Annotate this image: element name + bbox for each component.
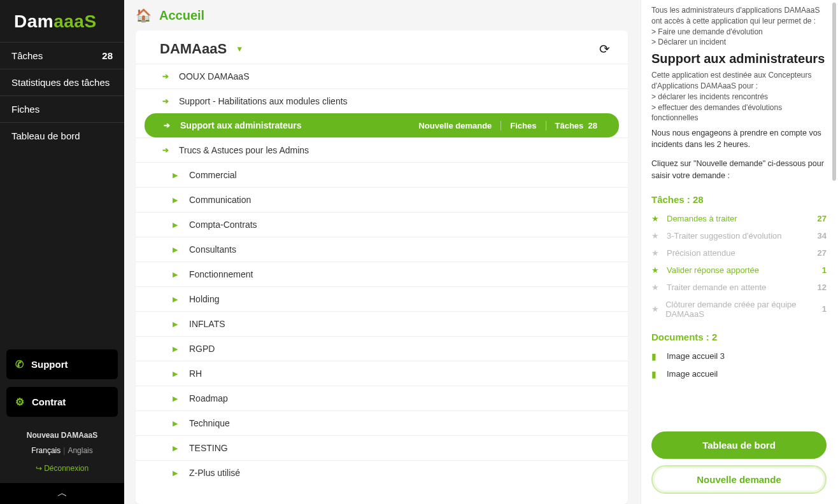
arrow-right-icon: ➔ [164, 121, 171, 130]
engage-text: Nous nous engageons à prendre en compte … [651, 127, 827, 150]
folder-row[interactable]: ▶Fonctionnement [136, 262, 628, 286]
breadcrumb[interactable]: 🏠 Accueil [136, 8, 628, 23]
chevron-up-icon: ︿ [57, 487, 67, 498]
row-label: Commercial [189, 170, 237, 180]
row-label: Fonctionnement [189, 269, 253, 279]
folder-row[interactable]: ▶Communication [136, 187, 628, 212]
support-button[interactable]: ✆ Support [6, 349, 118, 379]
intro-line-3: > Déclarer un incident [651, 37, 827, 48]
row-label: Technique [189, 418, 230, 428]
task-row[interactable]: ★Demandes à traiter27 [651, 210, 827, 227]
link-row[interactable]: ➔Trucs & Astuces pour les Admins [136, 137, 628, 162]
doc-row[interactable]: ▮Image accueil 3 [651, 347, 827, 365]
click-text: Cliquez sur "Nouvelle demande" ci-dessou… [651, 158, 827, 181]
folder-row[interactable]: ▶RH [136, 361, 628, 386]
scrollbar[interactable] [832, 3, 836, 181]
folder-row[interactable]: ▶Technique [136, 410, 628, 435]
caret-right-icon: ▶ [173, 444, 180, 452]
folder-row[interactable]: ▶INFLATS [136, 311, 628, 336]
caret-right-icon: ▶ [173, 171, 180, 179]
new-request-button[interactable]: Nouvelle demande [651, 465, 827, 494]
row-label: RGPD [189, 344, 215, 354]
star-icon: ★ [651, 231, 660, 241]
row-label: INFLATS [189, 319, 225, 329]
lang-fr[interactable]: Français [31, 446, 60, 455]
folder-row[interactable]: ▶Compta-Contrats [136, 212, 628, 237]
link-row[interactable]: ➔OOUX DAMAaaS [136, 64, 628, 88]
folder-row[interactable]: ▶Commercial [136, 162, 628, 187]
doc-row[interactable]: ▮Image accueil [651, 365, 827, 383]
intro-line-2: > Faire une demande d'évolution [651, 27, 827, 38]
star-icon: ★ [651, 265, 660, 275]
desc-3: > effectuer des demandes d'évolutions fo… [651, 102, 827, 124]
nav-stats-label: Statistiques des tâches [11, 77, 110, 88]
task-row[interactable]: ★Valider réponse apportée1 [651, 262, 827, 279]
nav-fiches[interactable]: Fiches [0, 95, 124, 122]
nav-stats[interactable]: Statistiques des tâches [0, 69, 124, 95]
task-label: Traiter demande en attente [667, 283, 766, 292]
arrow-right-icon: ➔ [162, 72, 170, 81]
folder-row[interactable]: ▶RGPD [136, 336, 628, 361]
row-label: Holding [189, 294, 219, 304]
lang-en[interactable]: Anglais [67, 446, 92, 455]
brand-prefix: Dam [14, 11, 53, 31]
logout-link[interactable]: ↪ Déconnexion [0, 464, 124, 473]
nav-fiches-label: Fiches [11, 104, 39, 115]
action-fiches[interactable]: Fiches [501, 121, 545, 130]
folder-row[interactable]: ▶Roadmap [136, 386, 628, 410]
task-row[interactable]: ★Clôturer demande créée par équipe DAMAa… [651, 296, 827, 323]
dashboard-button[interactable]: Tableau de bord [651, 431, 827, 459]
star-icon: ★ [651, 283, 660, 292]
contrat-button[interactable]: ⚙ Contrat [6, 387, 118, 417]
folder-row[interactable]: ▶Holding [136, 286, 628, 311]
caret-right-icon: ▶ [173, 395, 180, 403]
desc-1: Cette application est destinée aux Conce… [651, 70, 827, 92]
nav-tasks[interactable]: Tâches 28 [0, 42, 124, 69]
panel: DAMAaaS ▼ ⟳ ➔OOUX DAMAaaS➔Support - Habi… [136, 31, 628, 504]
folder-row[interactable]: ▶Z-Plus utilisé [136, 460, 628, 485]
nav-dashboard-label: Tableau de bord [11, 130, 80, 141]
link-row[interactable]: ➔Support - Habilitations aux modules cli… [136, 88, 628, 113]
action-new-request[interactable]: Nouvelle demande [409, 121, 501, 130]
nav-tasks-count: 28 [102, 50, 113, 61]
brand-suffix: aaaS [53, 11, 96, 31]
arrow-right-icon: ➔ [162, 146, 170, 155]
refresh-icon[interactable]: ⟳ [599, 41, 610, 57]
row-label: Support - Habilitations aux modules clie… [179, 96, 348, 106]
desc-2: > déclarer les incidents rencontrés [651, 92, 827, 102]
panel-title: DAMAaaS [160, 41, 227, 57]
nav-dashboard[interactable]: Tableau de bord [0, 122, 124, 149]
nav-tasks-label: Tâches [11, 50, 43, 61]
task-row[interactable]: ★3-Traiter suggestion d'évolution34 [651, 227, 827, 244]
caret-right-icon: ▶ [173, 419, 180, 428]
arrow-right-icon: ➔ [162, 97, 170, 106]
caret-right-icon: ▶ [173, 320, 180, 328]
breadcrumb-title: Accueil [159, 8, 204, 23]
row-actions: Nouvelle demandeFichesTâches 28 [409, 121, 606, 130]
row-selected[interactable]: ➔Support aux administrateursNouvelle dem… [145, 113, 619, 137]
row-label: Compta-Contrats [189, 220, 257, 230]
folder-row[interactable]: ▶Consultants [136, 237, 628, 262]
language-switch: Français|Anglais [0, 446, 124, 455]
caret-right-icon: ▶ [173, 196, 180, 204]
caret-right-icon: ▶ [173, 469, 180, 477]
task-count: 1 [822, 304, 827, 314]
file-icon: ▮ [651, 369, 660, 379]
doc-label: Image accueil [667, 369, 718, 379]
task-label: Clôturer demande créée par équipe DAMAaa… [665, 300, 816, 319]
folder-row[interactable]: ▶TESTING [136, 435, 628, 460]
row-label: OOUX DAMAaaS [179, 71, 249, 81]
task-row[interactable]: ★Précision attendue27 [651, 244, 827, 262]
gear-icon: ⚙ [15, 396, 24, 408]
row-label: Support aux administrateurs [180, 120, 302, 130]
caret-down-icon: ▼ [236, 45, 243, 53]
right-title: Support aux administrateurs [651, 52, 827, 66]
home-icon: 🏠 [136, 8, 152, 23]
panel-title-group[interactable]: DAMAaaS ▼ [160, 41, 243, 57]
task-label: Précision attendue [667, 248, 735, 258]
action-taches[interactable]: Tâches 28 [546, 121, 607, 130]
docs-section-title: Documents : 2 [651, 332, 827, 342]
row-label: Communication [189, 195, 251, 205]
collapse-sidebar[interactable]: ︿ [0, 483, 124, 504]
task-row[interactable]: ★Traiter demande en attente12 [651, 279, 827, 296]
